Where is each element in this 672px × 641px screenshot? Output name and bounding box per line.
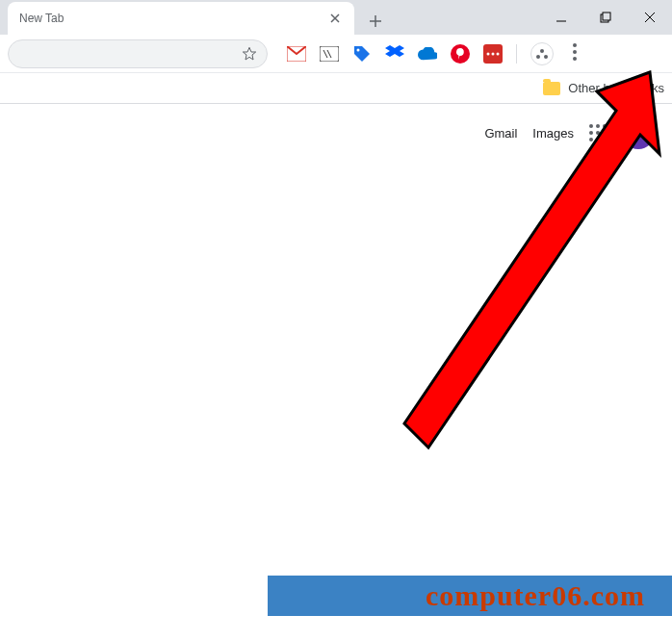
svg-point-14 <box>573 50 577 54</box>
close-window-button[interactable] <box>628 0 672 35</box>
svg-rect-1 <box>603 13 610 20</box>
svg-point-10 <box>540 49 544 53</box>
lastpass-extension-icon[interactable] <box>483 44 503 64</box>
bookmarks-bar: Other bookmarks <box>0 73 672 104</box>
watermark-text: computer06.com <box>426 579 645 612</box>
account-avatar[interactable]: M <box>622 116 655 149</box>
onedrive-extension-icon[interactable] <box>418 44 437 64</box>
svg-point-8 <box>492 52 495 55</box>
tab-strip: New Tab <box>0 0 672 35</box>
maximize-button[interactable] <box>583 0 628 35</box>
content-header-links: Gmail Images M <box>0 104 672 162</box>
folder-icon[interactable] <box>543 82 560 95</box>
browser-toolbar <box>0 35 672 73</box>
chrome-menu-button[interactable] <box>573 43 577 64</box>
extensions-row <box>287 42 577 65</box>
svg-point-4 <box>357 48 360 51</box>
bookmark-star-icon[interactable] <box>242 46 257 62</box>
svg-point-7 <box>487 52 490 55</box>
toolbar-divider <box>516 44 517 64</box>
other-bookmarks-label[interactable]: Other bookmarks <box>568 81 664 95</box>
tab-title: New Tab <box>19 12 327 25</box>
images-link[interactable]: Images <box>532 126 574 141</box>
close-tab-icon[interactable] <box>327 11 343 26</box>
gmail-link[interactable]: Gmail <box>484 126 517 141</box>
browser-tab[interactable]: New Tab <box>8 2 354 35</box>
minimize-button[interactable] <box>539 0 583 35</box>
svg-point-9 <box>497 52 500 55</box>
dropbox-extension-icon[interactable] <box>385 44 404 64</box>
svg-point-15 <box>573 57 577 61</box>
pinterest-extension-icon[interactable] <box>451 44 470 64</box>
google-apps-icon[interactable] <box>589 124 607 141</box>
new-tab-button[interactable] <box>362 8 389 35</box>
svg-point-11 <box>536 55 540 59</box>
svg-point-13 <box>573 43 577 47</box>
extension-icon-2[interactable] <box>320 44 339 64</box>
tag-extension-icon[interactable] <box>352 44 372 64</box>
gmail-extension-icon[interactable] <box>287 44 306 64</box>
address-bar[interactable] <box>8 39 268 68</box>
profile-button[interactable] <box>530 42 554 65</box>
svg-point-12 <box>544 55 548 59</box>
window-controls <box>539 0 672 35</box>
